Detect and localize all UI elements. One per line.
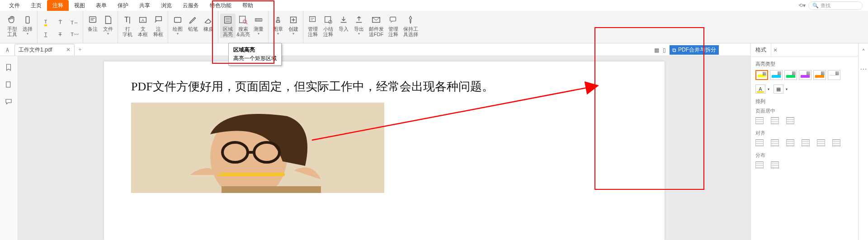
area-highlight-tooltip: 区域高亮 高亮一个矩形区域: [228, 43, 282, 66]
menu-browse[interactable]: 浏览: [156, 0, 177, 11]
align-middle-button[interactable]: [817, 139, 825, 146]
insert-caret-button[interactable]: T̂: [54, 18, 66, 28]
strikeout-text-button[interactable]: T: [54, 29, 66, 39]
arrange-section-label: 排列: [755, 98, 853, 105]
svg-text:A: A: [142, 18, 145, 23]
summarize-button[interactable]: 小结 注释: [321, 14, 336, 38]
select-tool[interactable]: 选择 ▾: [20, 14, 35, 37]
center-h-button[interactable]: [755, 117, 764, 124]
start-page-icon[interactable]: [3, 46, 14, 53]
search-placeholder: 查找: [821, 2, 830, 9]
svg-rect-15: [6, 82, 10, 87]
close-tab-icon[interactable]: ✕: [66, 47, 71, 53]
squiggly-text-button[interactable]: T〰: [68, 29, 81, 39]
color-swatch-cyan[interactable]: [770, 70, 783, 80]
svg-rect-10: [310, 17, 316, 22]
color-swatch-orange[interactable]: [813, 70, 826, 80]
menu-cloud[interactable]: 云服务: [177, 0, 204, 11]
text-color-button[interactable]: A▾: [755, 85, 765, 94]
document-tab[interactable]: 工作文件1.pdf ✕: [14, 44, 75, 56]
svg-rect-6: [240, 16, 245, 23]
align-top-button[interactable]: [802, 139, 810, 146]
center-v-button[interactable]: [771, 117, 779, 124]
stamp-button[interactable]: 图章 ▾: [270, 14, 286, 37]
svg-rect-4: [175, 18, 181, 23]
replace-text-button[interactable]: T↔: [68, 18, 81, 28]
document-tab-strip: 工作文件1.pdf ✕ ＋: [0, 43, 868, 56]
highlight-text-button[interactable]: T: [39, 18, 52, 28]
menu-file[interactable]: 文件: [4, 0, 25, 11]
pages-panel-icon[interactable]: [5, 80, 14, 89]
color-swatch-green[interactable]: [784, 70, 797, 80]
underline-text-button[interactable]: T: [39, 29, 52, 39]
thumbnail-view-icon[interactable]: ▦: [654, 47, 659, 53]
close-panel-icon[interactable]: ✕: [773, 47, 778, 53]
email-fdf-button[interactable]: 邮件发 送FDF: [367, 14, 386, 38]
typewriter-button[interactable]: T| 打 字机: [120, 14, 135, 38]
color-swatch-yellow[interactable]: [755, 70, 768, 80]
draw-button[interactable]: 绘图 ▾: [170, 14, 185, 37]
format-panel: 格式 ✕ 高亮类型 A▾ ▦▾ 排列 页面居中 对齐: [750, 43, 857, 240]
import-button[interactable]: 导入: [336, 14, 351, 33]
callout-button[interactable]: 注 释框: [151, 14, 166, 38]
distribute-v-button[interactable]: [771, 161, 779, 169]
menu-view[interactable]: 视图: [69, 0, 90, 11]
menu-features[interactable]: 特色功能: [204, 0, 237, 11]
align-center-button[interactable]: [771, 139, 779, 146]
textbox-button[interactable]: A 文 本框: [135, 14, 151, 38]
chevron-down-icon: ▾: [292, 32, 294, 36]
chevron-down-icon: ▾: [258, 32, 259, 36]
color-swatch-white[interactable]: [828, 70, 840, 80]
align-bottom-button[interactable]: [832, 139, 840, 146]
more-options-icon[interactable]: ⋯: [860, 65, 867, 73]
menu-share[interactable]: 共享: [134, 0, 156, 11]
chevron-down-icon: ▾: [27, 32, 28, 36]
menu-bar: 文件 主页 注释 视图 表单 保护 共享 浏览 云服务 特色功能 帮助 ⟲▾ 🔍…: [0, 0, 868, 11]
keep-tool-button[interactable]: 保持工 具选择: [401, 14, 420, 38]
file-attach-button[interactable]: 文件 ▾: [100, 14, 116, 37]
center-both-button[interactable]: [786, 117, 794, 124]
comment-server-icon: [388, 14, 399, 25]
measure-button[interactable]: 测量 ▾: [251, 14, 266, 37]
chevron-down-icon: ▾: [277, 32, 279, 36]
chevron-down-icon: ▾: [177, 32, 179, 36]
comments-panel-icon[interactable]: [5, 98, 14, 107]
manage-comments-button[interactable]: 管理 注释: [305, 14, 321, 38]
menu-form[interactable]: 表单: [90, 0, 112, 11]
distribute-h-button[interactable]: [755, 161, 764, 169]
hand-tool[interactable]: 手型 工具: [5, 14, 20, 38]
menu-help[interactable]: 帮助: [237, 0, 259, 11]
align-right-button[interactable]: [786, 139, 794, 146]
align-left-button[interactable]: [755, 139, 764, 146]
area-highlight-button[interactable]: 区域 高亮: [220, 14, 236, 38]
collapse-up-icon[interactable]: ˄: [862, 48, 865, 56]
create-button[interactable]: 创建 ▾: [286, 14, 301, 37]
mail-icon: [371, 14, 382, 25]
color-swatch-purple[interactable]: [799, 70, 811, 80]
manage-icon: [307, 14, 318, 25]
pencil-icon: [188, 14, 198, 25]
ruler-icon: [253, 14, 264, 25]
format-tab[interactable]: 格式: [751, 43, 771, 56]
search-highlight-button[interactable]: 搜索 &高亮: [236, 14, 251, 38]
reflow-icon[interactable]: ⟲▾: [798, 2, 806, 9]
pencil-button[interactable]: 铅笔: [185, 14, 201, 33]
search-box[interactable]: 🔍 查找: [808, 1, 863, 10]
stamp-icon: [273, 14, 283, 25]
new-tab-button[interactable]: ＋: [77, 46, 83, 53]
bookmark-panel-icon[interactable]: [5, 63, 14, 72]
export-button[interactable]: 导出 ▾: [351, 14, 367, 37]
eraser-button[interactable]: 橡皮: [201, 14, 216, 33]
pin-icon: [405, 14, 416, 25]
document-viewport[interactable]: PDF文件方便好用，页面固定，但实际工作中，经常会出现各种问题。: [18, 56, 750, 240]
menu-annotate[interactable]: 注释: [47, 0, 69, 11]
page-body-text: PDF文件方便好用，页面固定，但实际工作中，经常会出现各种问题。: [131, 78, 637, 95]
fill-color-button[interactable]: ▦▾: [774, 85, 783, 94]
comment-server-button[interactable]: 管理 注释: [386, 14, 401, 38]
single-page-icon[interactable]: ▯: [663, 47, 666, 53]
menu-home[interactable]: 主页: [25, 0, 47, 11]
note-button[interactable]: 备注: [85, 14, 100, 33]
svg-rect-11: [325, 17, 331, 23]
pdf-merge-split-button[interactable]: ⧉ PDF合并与拆分: [670, 45, 719, 55]
menu-protect[interactable]: 保护: [112, 0, 134, 11]
